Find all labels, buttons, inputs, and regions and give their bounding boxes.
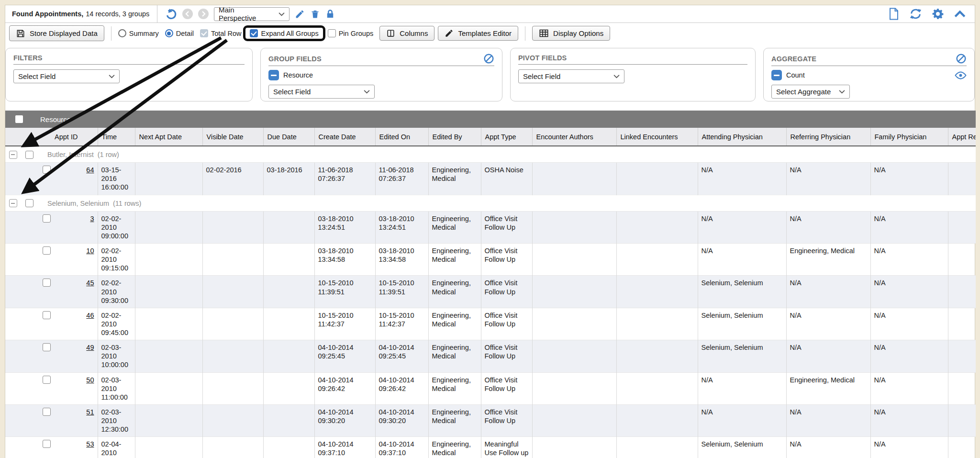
perspective-select[interactable]: Main Perspective [214, 7, 290, 21]
minus-square-icon[interactable] [268, 70, 279, 80]
cell-linkedEncounters [616, 308, 698, 340]
cell-encounterAuthors [532, 211, 616, 243]
cell-visibleDate [202, 340, 263, 372]
minus-square-icon[interactable] [771, 70, 782, 80]
row-checkbox[interactable] [43, 376, 51, 384]
column-header-linkedEncounters[interactable]: Linked Encounters [616, 128, 698, 146]
column-header-attendingPhysician[interactable]: Attending Physician [698, 128, 786, 146]
column-header-referringPhysician[interactable]: Referring Physician [786, 128, 870, 146]
cell-encounterAuthors [532, 163, 616, 195]
ban-icon[interactable] [483, 53, 494, 64]
chevron-up-icon[interactable] [954, 9, 966, 19]
cell-apptType: Office Visit Follow Up [481, 340, 532, 372]
appt-id-link[interactable]: 51 [86, 408, 94, 416]
cell-dueDate [263, 340, 314, 372]
group-select-checkbox[interactable] [25, 151, 33, 159]
appt-id-cell: 49 [9, 343, 94, 352]
column-header-editedOn[interactable]: Edited On [375, 128, 428, 146]
row-checkbox[interactable] [43, 166, 51, 174]
appt-id-link[interactable]: 53 [86, 440, 94, 448]
appt-id-link[interactable]: 64 [86, 166, 94, 174]
pencil-icon[interactable] [295, 9, 305, 19]
undo-icon[interactable] [165, 8, 177, 20]
summary-radio-circle[interactable] [118, 29, 126, 37]
refresh-icon[interactable] [909, 8, 922, 20]
table-row: 4902-03-2010 10:00:0004-10-2014 09:25:45… [5, 340, 976, 372]
cell-apptRe [948, 372, 976, 404]
column-header-visibleDate[interactable]: Visible Date [202, 128, 263, 146]
eye-icon[interactable] [955, 71, 967, 80]
templates-editor-button[interactable]: Templates Editor [438, 26, 518, 41]
window-actions [888, 5, 975, 22]
appt-id-link[interactable]: 49 [86, 343, 94, 352]
cell-apptType: Office Visit Follow Up [481, 308, 532, 340]
trash-icon[interactable] [310, 9, 320, 19]
row-checkbox[interactable] [43, 279, 51, 287]
appt-id-link[interactable]: 3 [90, 214, 94, 223]
summary-radio[interactable]: Summary [118, 29, 159, 37]
table-row: 4502-02-2010 09:30:0010-15-2010 11:39:51… [5, 276, 976, 308]
expand-all-groups-checkbox[interactable] [250, 29, 258, 37]
detail-radio-circle[interactable] [165, 29, 173, 37]
total-row-checkbox-box[interactable] [200, 29, 208, 37]
column-header-apptId[interactable]: Appt ID [5, 128, 98, 146]
cell-apptType: Office Visit Follow Up [481, 276, 532, 308]
cell-time: 02-03-2010 10:00:00 [98, 340, 135, 372]
lock-icon[interactable] [325, 9, 335, 19]
select-all-checkbox[interactable] [15, 115, 23, 123]
group-select-checkbox[interactable] [25, 199, 33, 207]
appt-id-cell: 46 [9, 311, 94, 320]
total-row-checkbox[interactable]: Total Row [200, 29, 242, 37]
column-header-createDate[interactable]: Create Date [314, 128, 375, 146]
ban-icon[interactable] [956, 53, 967, 64]
column-header-apptType[interactable]: Appt Type [481, 128, 532, 146]
gear-icon[interactable] [932, 8, 944, 20]
group-expander-checkbox[interactable] [9, 151, 17, 159]
cell-visibleDate [202, 404, 263, 436]
cell-apptId: 46 [5, 308, 98, 340]
cell-apptId: 49 [5, 340, 98, 372]
column-header-nextAptDate[interactable]: Next Apt Date [135, 128, 202, 146]
row-checkbox[interactable] [43, 343, 51, 351]
appt-id-link[interactable]: 10 [86, 246, 94, 255]
pin-groups-checkbox[interactable]: Pin Groups [328, 29, 374, 37]
pivot-fields-select[interactable]: Select Field [518, 69, 624, 83]
cell-attendingPhysician: Selenium, Selenium [698, 340, 786, 372]
toolbar: Store Displayed Data Summary Detail Tota… [5, 23, 975, 44]
detail-radio[interactable]: Detail [165, 29, 194, 37]
row-checkbox[interactable] [43, 214, 51, 223]
columns-button[interactable]: Columns [379, 26, 434, 41]
column-header-familyPhysician[interactable]: Family Physician [870, 128, 948, 146]
chevron-left-icon[interactable] [182, 9, 193, 19]
table-row: 1002-02-2010 09:15:0003-18-2010 13:34:58… [5, 244, 976, 276]
appt-id-link[interactable]: 45 [86, 279, 94, 287]
column-header-apptRe[interactable]: Appt Re [948, 128, 976, 146]
appt-id-link[interactable]: 46 [86, 311, 94, 320]
column-header-editedBy[interactable]: Edited By [428, 128, 481, 146]
chevron-right-icon[interactable] [198, 9, 209, 19]
cell-referringPhysician: N/A [786, 276, 870, 308]
cell-linkedEncounters [616, 163, 698, 195]
row-checkbox[interactable] [43, 440, 51, 448]
filters-field-select[interactable]: Select Field [13, 69, 120, 83]
store-displayed-data-button[interactable]: Store Displayed Data [9, 25, 104, 41]
aggregate-panel-title: AGGREGATE [771, 55, 816, 63]
aggregate-select[interactable]: Select Aggregate [771, 85, 850, 99]
cell-referringPhysician: N/A [786, 163, 870, 195]
cell-familyPhysician: N/A [870, 244, 948, 276]
column-header-dueDate[interactable]: Due Date [263, 128, 314, 146]
column-header-time[interactable]: Time [98, 128, 135, 146]
display-options-button[interactable]: Display Options [532, 26, 610, 41]
cell-referringPhysician: N/A [786, 404, 870, 436]
row-checkbox[interactable] [43, 408, 51, 416]
cell-apptRe [948, 163, 976, 195]
appt-id-link[interactable]: 50 [86, 376, 94, 384]
row-checkbox[interactable] [43, 311, 51, 319]
group-expander-checkbox[interactable] [9, 199, 17, 207]
group-fields-select[interactable]: Select Field [268, 85, 375, 99]
document-icon[interactable] [888, 8, 900, 20]
cell-encounterAuthors [532, 276, 616, 308]
row-checkbox[interactable] [43, 246, 51, 255]
column-header-encounterAuthors[interactable]: Encounter Authors [532, 128, 616, 146]
pin-groups-checkbox-box[interactable] [328, 29, 336, 37]
